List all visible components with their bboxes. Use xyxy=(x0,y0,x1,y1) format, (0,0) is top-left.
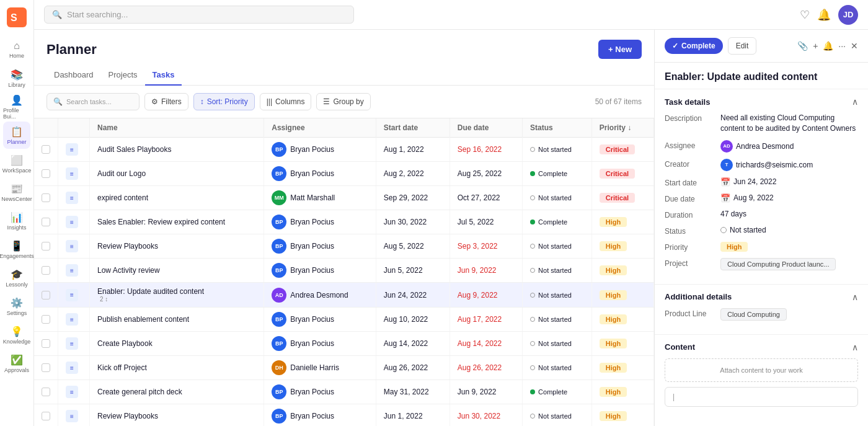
row-checkbox-cell xyxy=(34,259,58,283)
due-calendar-icon: 📅 xyxy=(720,193,730,203)
tab-dashboard[interactable]: Dashboard xyxy=(46,65,101,86)
row-checkbox-cell xyxy=(34,234,58,259)
attach-content-area[interactable]: Attach content to your work xyxy=(665,358,858,382)
sidebar-item-lessonly[interactable]: 🎓 Lessonly xyxy=(3,264,30,291)
table-row[interactable]: ≡ Audit our Logo BP Bryan Pocius Aug 2, … xyxy=(34,162,654,186)
row-name-cell[interactable]: Low Activity review xyxy=(90,259,264,283)
row-name-cell[interactable]: expired content xyxy=(90,186,264,210)
table-row[interactable]: ≡ expired content MM Matt Marshall Sep 2… xyxy=(34,186,654,210)
sidebar-item-library[interactable]: 📚 Library xyxy=(3,64,30,92)
row-icon-cell: ≡ xyxy=(58,308,90,332)
sidebar-item-knowledge[interactable]: 💡 Knowledge xyxy=(3,321,30,348)
row-checkbox[interactable] xyxy=(42,218,50,226)
row-checkbox[interactable] xyxy=(42,145,50,154)
table-row[interactable]: ≡ Review Playbooks BP Bryan Pocius Jun 1… xyxy=(34,404,654,427)
sidebar-item-workspace[interactable]: ⬜ WorkSpace xyxy=(3,150,30,177)
priority-badge: Critical xyxy=(600,144,635,154)
assignee-name: Bryan Pocius xyxy=(290,169,334,178)
sidebar-item-planner[interactable]: 📋 Planner xyxy=(3,122,30,149)
row-checkbox[interactable] xyxy=(42,363,50,372)
sidebar-item-profile[interactable]: 👤 Profile Bui... xyxy=(3,93,30,120)
assignee-avatar: DH xyxy=(272,360,286,375)
row-checkbox[interactable] xyxy=(42,266,50,275)
sidebar-item-newscenter[interactable]: 📰 NewsCenter xyxy=(3,179,30,206)
assignee-name: Bryan Pocius xyxy=(290,218,334,226)
newscenter-icon: 📰 xyxy=(11,183,23,195)
row-checkbox[interactable] xyxy=(42,388,50,396)
row-name-cell[interactable]: Enabler: Update audited content2 ↕ xyxy=(90,283,264,308)
row-name-cell[interactable]: Create general pitch deck xyxy=(90,380,264,404)
sort-button[interactable]: ↕ Sort: Priority xyxy=(193,93,255,110)
row-name-cell[interactable]: Review Playbooks xyxy=(90,234,264,259)
collapse-additional-icon[interactable]: ∧ xyxy=(852,292,858,302)
assignee-avatar: BP xyxy=(272,239,286,254)
row-due-date: Jun 9, 2022 xyxy=(450,259,522,283)
sidebar-item-home[interactable]: ⌂ Home xyxy=(3,36,30,63)
filters-button[interactable]: ⚙ Filters xyxy=(144,93,188,110)
complete-button[interactable]: ✓ Complete xyxy=(665,38,723,54)
search-tasks-input[interactable]: 🔍 Search tasks... xyxy=(46,93,140,110)
row-name-cell[interactable]: Review Playbooks xyxy=(90,404,264,427)
row-checkbox[interactable] xyxy=(42,291,50,300)
tab-projects[interactable]: Projects xyxy=(101,65,145,86)
table-row[interactable]: ≡ Kick off Project DH Danielle Harris Au… xyxy=(34,356,654,380)
table-row[interactable]: ≡ Sales Enabler: Review expired content … xyxy=(34,210,654,234)
col-start-date: Start date xyxy=(376,118,450,138)
description-row: Description Need all existing Cloud Comp… xyxy=(665,113,858,134)
table-row[interactable]: ≡ Review Playbooks BP Bryan Pocius Aug 5… xyxy=(34,234,654,259)
close-icon[interactable]: ✕ xyxy=(851,41,858,51)
bell-icon[interactable]: 🔔 xyxy=(823,41,833,51)
task-type-icon: ≡ xyxy=(66,240,78,252)
group-by-button[interactable]: ☰ Group by xyxy=(316,93,370,110)
table-row[interactable]: ≡ Create Playbook BP Bryan Pocius Aug 14… xyxy=(34,332,654,356)
new-button[interactable]: + New xyxy=(598,40,642,59)
sidebar-item-approvals[interactable]: ✅ Approvals xyxy=(3,350,30,377)
columns-button[interactable]: ||| Columns xyxy=(260,93,312,110)
assignee-name: Bryan Pocius xyxy=(290,388,334,396)
comment-input[interactable]: | xyxy=(665,387,858,407)
table-row[interactable]: ≡ Publish enablement content BP Bryan Po… xyxy=(34,308,654,332)
table-row[interactable]: ≡ Low Activity review BP Bryan Pocius Ju… xyxy=(34,259,654,283)
sidebar-item-engagements[interactable]: 📱 Engagements xyxy=(3,236,30,263)
creator-avatar: T xyxy=(720,159,733,171)
row-name-cell[interactable]: Create Playbook xyxy=(90,332,264,356)
more-icon[interactable]: ··· xyxy=(838,41,846,51)
favorites-icon[interactable]: ♡ xyxy=(800,8,810,22)
tab-tasks[interactable]: Tasks xyxy=(145,65,182,86)
row-priority: High xyxy=(591,308,653,332)
sidebar-item-insights[interactable]: 📊 Insights xyxy=(3,207,30,234)
attachment-icon[interactable]: 📎 xyxy=(797,41,808,51)
global-search[interactable]: 🔍 Start searching... xyxy=(44,6,354,24)
row-start-date: Jun 24, 2022 xyxy=(376,283,450,308)
status-label: Status xyxy=(665,227,720,236)
row-name-cell[interactable]: Audit Sales Playbooks xyxy=(90,138,264,162)
row-checkbox[interactable] xyxy=(42,315,50,324)
priority-value: High xyxy=(720,242,748,252)
row-checkbox[interactable] xyxy=(42,169,50,178)
task-type-icon: ≡ xyxy=(66,410,78,422)
collapse-content-icon[interactable]: ∧ xyxy=(852,342,858,352)
table-row[interactable]: ≡ Audit Sales Playbooks BP Bryan Pocius … xyxy=(34,138,654,162)
row-start-date: Sep 29, 2022 xyxy=(376,186,450,210)
status-text: Complete xyxy=(538,388,567,396)
sidebar-item-settings[interactable]: ⚙️ Settings xyxy=(3,293,30,320)
add-icon[interactable]: + xyxy=(813,41,818,51)
row-name-cell[interactable]: Audit our Logo xyxy=(90,162,264,186)
row-name-cell[interactable]: Kick off Project xyxy=(90,356,264,380)
search-tasks-icon: 🔍 xyxy=(53,97,63,106)
row-name-cell[interactable]: Publish enablement content xyxy=(90,308,264,332)
notifications-icon[interactable]: 🔔 xyxy=(817,8,831,22)
user-avatar[interactable]: JD xyxy=(838,5,858,25)
assignee-name: Bryan Pocius xyxy=(290,339,334,348)
edit-button[interactable]: Edit xyxy=(728,37,757,55)
row-checkbox[interactable] xyxy=(42,193,50,202)
row-checkbox[interactable] xyxy=(42,412,50,420)
table-row[interactable]: ≡ Enabler: Update audited content2 ↕ AD … xyxy=(34,283,654,308)
table-row[interactable]: ≡ Create general pitch deck BP Bryan Poc… xyxy=(34,380,654,404)
row-name-cell[interactable]: Sales Enabler: Review expired content xyxy=(90,210,264,234)
collapse-icon[interactable]: ∧ xyxy=(852,97,858,107)
logo[interactable]: S xyxy=(7,7,27,27)
assignee-name: Matt Marshall xyxy=(290,193,335,202)
row-checkbox[interactable] xyxy=(42,242,50,251)
row-checkbox[interactable] xyxy=(42,339,50,348)
